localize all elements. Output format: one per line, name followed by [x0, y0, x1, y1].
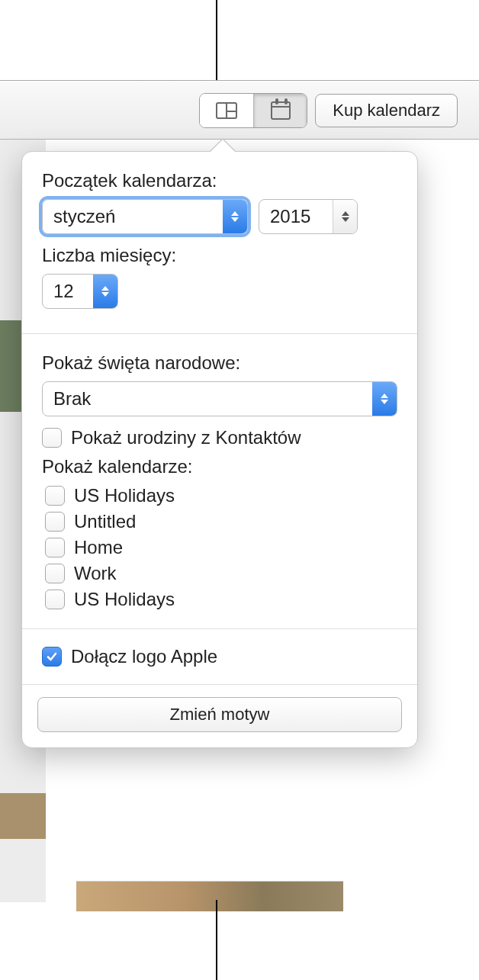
- buy-calendar-label: Kup kalendarz: [333, 101, 440, 120]
- section-start: Początek kalendarza: styczeń 2015 Liczba…: [22, 152, 417, 333]
- apple-logo-checkbox[interactable]: [42, 647, 62, 667]
- change-theme-label: Zmień motyw: [170, 705, 270, 725]
- layout-view-button[interactable]: [200, 94, 253, 127]
- calendar-label: Work: [74, 563, 117, 584]
- calendar-checkbox[interactable]: [45, 538, 65, 557]
- window-toolbar: Kup kalendarz: [0, 80, 479, 140]
- start-month-value: styczeń: [43, 206, 223, 227]
- buy-calendar-button[interactable]: Kup kalendarz: [315, 94, 458, 127]
- months-count-value: 12: [43, 281, 93, 302]
- holidays-select[interactable]: Brak: [42, 381, 397, 416]
- months-count-select[interactable]: 12: [42, 274, 118, 309]
- calendar-label: US Holidays: [74, 485, 175, 506]
- start-label: Początek kalendarza:: [42, 170, 397, 191]
- calendar-settings-button[interactable]: [253, 94, 307, 127]
- calendar-row: US Holidays: [45, 485, 397, 506]
- updown-icon: [372, 382, 397, 416]
- section-logo: Dołącz logo Apple: [22, 628, 417, 684]
- background-photo-strip: [76, 881, 343, 911]
- birthdays-label: Pokaż urodziny z Kontaktów: [71, 427, 301, 448]
- holidays-value: Brak: [43, 388, 372, 410]
- calendar-icon: [271, 101, 291, 120]
- updown-icon: [333, 200, 357, 233]
- calendar-checkbox[interactable]: [45, 486, 65, 506]
- holidays-label: Pokaż święta narodowe:: [42, 352, 397, 374]
- callout-line-bottom: [216, 900, 217, 980]
- calendar-checkbox[interactable]: [45, 590, 65, 609]
- calendar-settings-popover: Początek kalendarza: styczeń 2015 Liczba…: [21, 151, 418, 748]
- start-year-select[interactable]: 2015: [259, 199, 358, 234]
- calendar-row: Work: [45, 563, 397, 584]
- background-thumb: [0, 793, 46, 839]
- change-theme-button[interactable]: Zmień motyw: [37, 697, 402, 732]
- calendar-label: Untitled: [74, 511, 136, 532]
- view-mode-segmented: [199, 93, 307, 128]
- updown-icon: [223, 200, 247, 233]
- calendar-checkbox[interactable]: [45, 512, 65, 532]
- birthdays-checkbox[interactable]: [42, 428, 62, 448]
- calendar-row: Untitled: [45, 511, 397, 532]
- start-year-value: 2015: [259, 206, 333, 227]
- calendar-label: Home: [74, 537, 123, 558]
- start-month-select[interactable]: styczeń: [42, 199, 248, 234]
- birthdays-check-row: Pokaż urodziny z Kontaktów: [42, 427, 397, 448]
- calendar-checkbox[interactable]: [45, 564, 65, 583]
- calendar-row: Home: [45, 537, 397, 558]
- updown-icon: [93, 275, 117, 308]
- show-calendars-label: Pokaż kalendarze:: [42, 456, 397, 477]
- calendar-label: US Holidays: [74, 589, 175, 610]
- calendars-list: US Holidays Untitled Home: [42, 485, 397, 610]
- apple-logo-label: Dołącz logo Apple: [71, 646, 217, 667]
- apple-logo-row: Dołącz logo Apple: [42, 646, 397, 667]
- months-count-label: Liczba miesięcy:: [42, 245, 397, 266]
- layout-icon: [216, 102, 237, 119]
- section-holidays: Pokaż święta narodowe: Brak Pokaż urodzi…: [22, 333, 417, 628]
- callout-line-top: [216, 0, 217, 90]
- calendar-row: US Holidays: [45, 589, 397, 610]
- section-theme: Zmień motyw: [22, 684, 417, 732]
